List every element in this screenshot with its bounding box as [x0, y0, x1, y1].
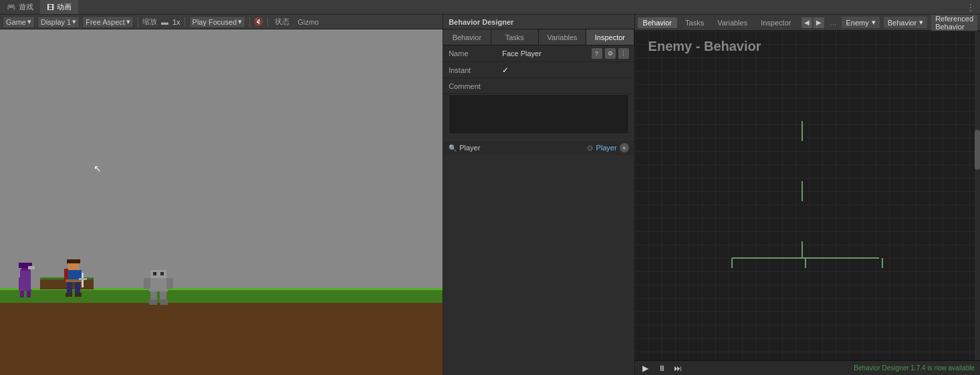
inspector-tabs: Behavior Tasks Variables Inspector [443, 29, 634, 45]
chevron-down-icon: ▾ [872, 18, 876, 27]
chevron-down-icon: ▾ [126, 17, 130, 26]
svg-rect-22 [160, 272, 164, 275]
comment-row: Comment [443, 78, 634, 94]
svg-rect-26 [160, 291, 166, 301]
bd-scrollbar[interactable] [975, 31, 980, 360]
bd-pause-button[interactable]: ⏸ [656, 363, 667, 374]
separator [138, 17, 138, 27]
tab-variables[interactable]: Variables [539, 29, 586, 45]
svg-rect-13 [67, 282, 72, 293]
bd-tree-title: Enemy - Behavior [648, 39, 761, 54]
game-panel: Game ▾ Display 1 ▾ Free Aspect ▾ 缩放 ▬ 1x… [0, 15, 443, 375]
bd-nav-next[interactable]: ▶ [814, 17, 824, 28]
tab-inspector[interactable]: Inspector [586, 29, 634, 45]
play-focused-dropdown[interactable]: Play Focused ▾ [189, 16, 246, 28]
inspector-action-icons: ? ⚙ ⋮ [592, 48, 629, 59]
settings-icon-btn[interactable]: ⚙ [605, 48, 616, 59]
gizmos-button[interactable]: Gizmo [295, 18, 322, 26]
separator4 [267, 17, 268, 27]
svg-rect-9 [67, 259, 80, 263]
scene-background: ↖ [0, 29, 443, 375]
bd-dots: ... [827, 18, 839, 27]
bd-nav-prev[interactable]: ◀ [802, 17, 812, 28]
separator3 [249, 17, 250, 27]
inspector-content: Name Face Player ? ⚙ ⋮ Instant ✓ [443, 45, 634, 375]
game-dropdown[interactable]: Game ▾ [3, 16, 35, 28]
svg-rect-27 [149, 299, 157, 305]
svg-rect-21 [153, 272, 156, 275]
bd-update-text: Behavior Designer 1.7.4 is now available [854, 364, 975, 372]
game-toolbar: Game ▾ Display 1 ▾ Free Aspect ▾ 缩放 ▬ 1x… [0, 15, 443, 29]
player-value: ⊙ Player [587, 144, 616, 152]
svg-rect-25 [150, 291, 157, 301]
tab-tasks[interactable]: Tasks [491, 29, 539, 45]
comment-textarea[interactable] [449, 94, 628, 134]
bd-tab-behavior[interactable]: Behavior [638, 17, 677, 28]
svg-rect-19 [149, 277, 168, 291]
game-tab-icon: 🎮 [7, 3, 16, 11]
top-tab-bar: 🎮 遊戏 🎞 动画 ⋮ [0, 0, 980, 15]
svg-rect-20 [150, 270, 166, 278]
tab-game[interactable]: 🎮 遊戏 [0, 0, 40, 14]
svg-rect-5 [28, 266, 35, 269]
bd-status-bar: ▶ ⏸ ⏭ Behavior Designer 1.7.4 is now ava… [635, 360, 980, 375]
mute-icon[interactable]: 🔇 [254, 17, 263, 26]
svg-rect-14 [75, 282, 80, 293]
bd-nav-arrows: ◀ ▶ [802, 17, 824, 28]
instant-row: Instant ✓ [443, 62, 634, 78]
svg-rect-18 [79, 278, 87, 280]
help-icon-btn[interactable]: ? [592, 48, 602, 59]
behavior-panel: Behavior Tasks Variables Inspector ◀ ▶ .… [635, 15, 980, 375]
player-link-icon: ⊙ [587, 144, 593, 152]
aspect-dropdown[interactable]: Free Aspect ▾ [82, 16, 134, 28]
separator2 [185, 17, 185, 27]
player-add-button[interactable]: + [620, 143, 629, 152]
golem-character [144, 269, 173, 308]
more-icon-btn[interactable]: ⋮ [618, 48, 629, 59]
svg-rect-7 [27, 291, 31, 297]
stats-button[interactable]: 状态 [272, 17, 292, 27]
game-viewport: ↖ [0, 29, 443, 375]
svg-rect-15 [66, 293, 72, 297]
shadow-character [13, 263, 37, 305]
bd-step-button[interactable]: ⏭ [672, 363, 683, 374]
tab-behavior[interactable]: Behavior [443, 29, 491, 45]
bd-tab-variables[interactable]: Variables [712, 17, 753, 28]
bd-connectors-svg [635, 31, 980, 360]
inspector-panel: Behavior Designer Behavior Tasks Variabl… [443, 15, 634, 375]
svg-rect-23 [144, 278, 150, 289]
tab-animation[interactable]: 🎞 动画 [40, 0, 78, 14]
main-layout: Game ▾ Display 1 ▾ Free Aspect ▾ 缩放 ▬ 1x… [0, 15, 980, 375]
search-icon: 🔍 [449, 144, 457, 152]
bd-scrollbar-thumb[interactable] [975, 130, 980, 170]
svg-rect-4 [31, 266, 33, 289]
name-row: Name Face Player ? ⚙ ⋮ [443, 45, 634, 62]
bd-canvas: Enemy - Behavior [635, 31, 980, 360]
chevron-down-icon: ▾ [238, 17, 242, 26]
svg-rect-6 [20, 291, 24, 297]
bd-play-controls: ▶ ⏸ ⏭ [640, 363, 683, 374]
bd-tab-tasks[interactable]: Tasks [680, 17, 709, 28]
chevron-down-icon: ▾ [27, 17, 31, 26]
player-row: 🔍 Player ⊙ Player + [443, 140, 634, 155]
bd-play-button[interactable]: ▶ [640, 363, 651, 374]
chevron-down-icon: ▾ [919, 18, 923, 27]
svg-rect-16 [75, 293, 82, 297]
bd-ref-behavior-selector[interactable]: Referenced Behavior [931, 15, 977, 32]
bd-behavior-selector[interactable]: Behavior ▾ [884, 17, 927, 28]
svg-rect-24 [166, 278, 173, 289]
tab-more-button[interactable]: ⋮ [961, 3, 980, 12]
display-dropdown[interactable]: Display 1 ▾ [37, 16, 80, 28]
behavior-designer-header: Behavior Designer [443, 15, 634, 29]
chevron-down-icon: ▾ [72, 17, 76, 26]
bd-tabs: Behavior Tasks Variables Inspector ◀ ▶ .… [635, 15, 980, 31]
bd-tab-inspector[interactable]: Inspector [755, 17, 796, 28]
svg-rect-3 [19, 277, 32, 291]
bd-entity-selector[interactable]: Enemy ▾ [842, 17, 879, 28]
mouse-cursor: ↖ [94, 163, 102, 175]
hero-character [60, 259, 87, 305]
anim-tab-icon: 🎞 [47, 3, 54, 11]
svg-rect-28 [160, 299, 168, 305]
platform-dirt [0, 303, 443, 375]
